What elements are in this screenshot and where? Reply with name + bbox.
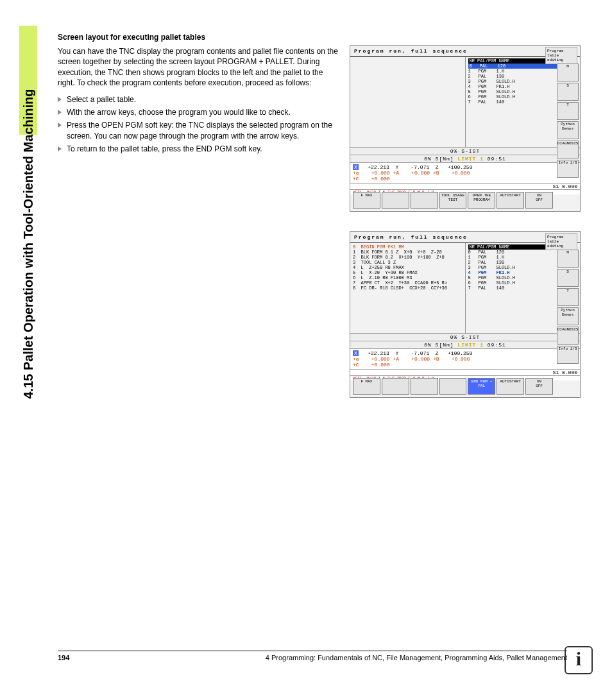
step-3: Press the OPEN PGM soft key: the TNC dis… bbox=[58, 120, 340, 141]
mode-badge: Program table editing bbox=[545, 47, 577, 64]
sk-fmax[interactable]: F MAX bbox=[353, 378, 380, 395]
section-title: 4.15 Pallet Operation with Tool-Oriented… bbox=[21, 89, 36, 398]
page-footer: 194 4 Programming: Fundamentals of NC, F… bbox=[58, 651, 567, 662]
spindle: S1 0.000 bbox=[350, 183, 580, 189]
coordinates: X +22.213 Y -7.071 Z +100.250 +a +0.000 … bbox=[350, 348, 580, 369]
sk-fmax[interactable]: F MAX bbox=[353, 192, 380, 209]
vk-s[interactable]: S bbox=[557, 83, 579, 101]
vk-info[interactable]: Info 1/3 bbox=[557, 346, 579, 364]
sk-blank[interactable] bbox=[411, 192, 438, 209]
vk-m[interactable]: M bbox=[557, 64, 579, 81]
vk-python[interactable]: Python Demos bbox=[557, 307, 579, 325]
body-text: Screen layout for executing pallet table… bbox=[58, 32, 340, 157]
sk-autostart[interactable]: AUTOSTART bbox=[497, 378, 524, 395]
section-tab: 4.15 Pallet Operation with Tool-Oriented… bbox=[19, 26, 37, 462]
vk-diagnosis[interactable]: DIAGNOSIS bbox=[557, 141, 579, 158]
status-snm: 0% S[Nm] LIMIT 1 09:51 bbox=[350, 155, 580, 162]
vk-t[interactable]: T bbox=[557, 102, 579, 120]
status-sist: 0% S-IST bbox=[350, 333, 580, 341]
status-sist: 0% S-IST bbox=[350, 147, 580, 155]
heading: Screen layout for executing pallet table… bbox=[58, 32, 340, 42]
sk-autostart[interactable]: AUTOSTART bbox=[497, 192, 524, 209]
vk-s[interactable]: S bbox=[557, 269, 579, 287]
vk-python[interactable]: Python Demos bbox=[557, 121, 579, 139]
spindle: S1 0.000 bbox=[350, 369, 580, 375]
info-icon: i bbox=[565, 646, 593, 674]
mode-badge: Program table editing bbox=[545, 233, 577, 250]
sk-end-pgm[interactable]: END PGM → PAL bbox=[468, 378, 495, 395]
step-4: To return to the pallet table, press the… bbox=[58, 144, 340, 154]
screenshot-pallet-only: Program run, full sequence Program table… bbox=[350, 45, 581, 212]
chapter-label: 4 Programming: Fundamentals of NC, File … bbox=[266, 654, 567, 662]
sk-blank[interactable] bbox=[411, 378, 438, 395]
program-pane-empty bbox=[350, 57, 466, 147]
vertical-softkeys: M S T Python Demos DIAGNOSIS Info 1/3 bbox=[557, 64, 579, 179]
program-listing: 0 BEGIN PGM FK1 MM 1 BLK FORM 0.1 Z X+0 … bbox=[350, 243, 466, 333]
sk-blank[interactable] bbox=[382, 192, 409, 209]
vertical-softkeys: M S T Python Demos DIAGNOSIS Info 1/3 bbox=[557, 250, 579, 365]
vk-info[interactable]: Info 1/3 bbox=[557, 160, 579, 178]
sk-open-program[interactable]: OPEN THE PROGRAM bbox=[468, 192, 495, 209]
coordinates: X +22.213 Y -7.071 Z +100.250 +a +0.000 … bbox=[350, 162, 580, 183]
sk-blank[interactable] bbox=[382, 378, 409, 395]
step-1: Select a pallet table. bbox=[58, 94, 340, 105]
intro-paragraph: You can have the TNC display the program… bbox=[58, 46, 340, 88]
status-snm: 0% S[Nm] LIMIT 1 09:51 bbox=[350, 341, 580, 348]
vk-t[interactable]: T bbox=[557, 288, 579, 306]
sk-blank[interactable] bbox=[439, 378, 467, 395]
sk-tool-usage[interactable]: TOOL USAGE TEST bbox=[439, 192, 467, 209]
sk-on-off[interactable]: ONOFF bbox=[525, 192, 553, 209]
sk-on-off[interactable]: ONOFF bbox=[525, 378, 553, 395]
vk-diagnosis[interactable]: DIAGNOSIS bbox=[557, 327, 579, 345]
vk-m[interactable]: M bbox=[557, 250, 579, 268]
step-2: With the arrow keys, choose the program … bbox=[58, 107, 340, 117]
page-number: 194 bbox=[58, 654, 69, 662]
screenshot-program-and-pallet: Program run, full sequence Program table… bbox=[350, 231, 581, 398]
